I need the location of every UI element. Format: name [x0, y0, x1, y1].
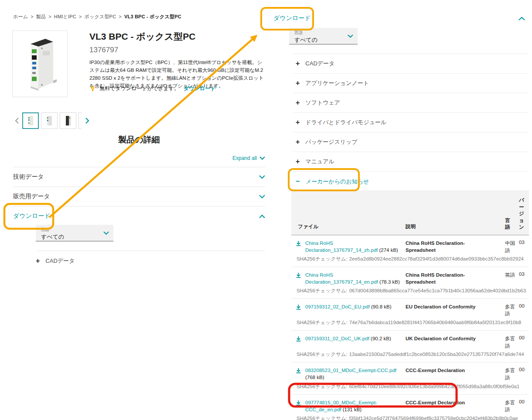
file-download-link[interactable]: 097774815_00_MDoC_Exempt-CCC_de_en.pdf — [305, 400, 377, 412]
file-size: (90.2 kB) — [371, 336, 391, 341]
breadcrumb-hmi-ipc[interactable]: HMIとIPC — [54, 14, 76, 19]
select-value: すべての — [294, 36, 353, 44]
section-drivers[interactable]: + ドライバとドライバモジュール — [293, 113, 529, 132]
section-label: メーカーからのお知らせ — [306, 178, 369, 186]
thumb-device-icon — [45, 115, 53, 127]
table-row: 097159311_02_DoC_UK.pdf (90.2 kB) UK Dec… — [291, 331, 529, 362]
download-icon — [296, 400, 305, 407]
breadcrumb-separator: > — [79, 14, 82, 19]
file-description: CCC-Exempt Declaration — [406, 367, 505, 374]
download-icon — [296, 335, 305, 343]
file-language: 多言語 — [505, 399, 519, 413]
promo-text: 無料でダウンロードができます。 — [99, 85, 179, 92]
minus-icon: − — [296, 178, 300, 185]
plus-icon: + — [296, 60, 300, 67]
table-row: 083208523_01_MDoC_Exempt-CCC.pdf (768 kB… — [291, 362, 529, 394]
subsection-cad-data-left[interactable]: + CADデータ — [36, 257, 75, 265]
chevron-right-icon — [85, 118, 89, 124]
divider — [37, 251, 265, 251]
language-select-right[interactable]: 言語 すべての — [289, 28, 358, 44]
language-select-left[interactable]: 言語 すべての — [36, 225, 113, 241]
downloads-panel-collapse-button[interactable] — [518, 14, 525, 22]
file-language: 多言語 — [505, 335, 519, 349]
file-size: (768 kB) — [305, 375, 324, 380]
column-header-file: ファイル — [298, 224, 318, 230]
section-cad-data[interactable]: + CADデータ — [293, 54, 529, 74]
file-version: 03 — [519, 240, 529, 245]
expand-all-button[interactable]: Expand all — [13, 155, 265, 161]
section-packing-slip[interactable]: + パッケージスリップ — [293, 132, 529, 152]
file-description: China RoHS Declaration-Spreadsheet — [406, 240, 505, 254]
breadcrumb: ホーム>製品>HMIとIPC>ボックス型PC>VL3 BPC - ボックス型PC — [13, 14, 181, 20]
promo-download-link[interactable]: ダウンロード — [184, 85, 215, 92]
thumbs-prev-button[interactable] — [13, 112, 20, 129]
plus-icon: + — [296, 80, 300, 87]
file-download-link[interactable]: 083208523_01_MDoC_Exempt-CCC.pdf — [305, 368, 396, 373]
table-row-highlighted: 097774815_00_MDoC_Exempt-CCC_de_en.pdf (… — [291, 395, 529, 420]
table-row: China RoHS Declaration_1376797_14_en.pdf… — [291, 267, 529, 298]
accordion-label: 技術データ — [13, 173, 44, 181]
thumbnail-1[interactable] — [22, 112, 39, 129]
file-size: (131 kB) — [343, 407, 361, 412]
downloads-panel-heading[interactable]: ダウンロード — [273, 14, 311, 22]
expand-all-label: Expand all — [232, 155, 257, 161]
accordion-label: ダウンロード — [13, 212, 51, 220]
sha256-checksum: SHA256チェックサム:f35bf1342ce5d72f76475694f69… — [291, 414, 529, 420]
file-download-link[interactable]: 097159311_02_DoC_UK.pdf — [305, 336, 369, 341]
downloads-section-list: + CADデータ + アプリケーションノート + ソフトウェア + ドライバとド… — [293, 54, 529, 191]
thumbnail-4-partial[interactable] — [78, 112, 82, 129]
section-software[interactable]: + ソフトウェア — [293, 93, 529, 113]
column-header-language: 言語 — [505, 217, 511, 231]
file-download-link[interactable]: China RoHS Declaration_1376797_14_zh.pdf — [305, 240, 378, 253]
download-icon — [296, 304, 305, 312]
article-number: 1376797 — [89, 46, 118, 54]
file-download-link[interactable]: China RoHS Declaration_1376797_14_en.pdf — [305, 272, 378, 285]
breadcrumb-separator: > — [31, 14, 34, 19]
accordion-sales-data[interactable]: 販売用データ — [13, 186, 265, 206]
file-description: China RoHS Declaration-Spreadsheet — [406, 271, 505, 285]
breadcrumb-products[interactable]: 製品 — [36, 14, 46, 19]
file-description: CCC-Exempt Declaration — [406, 399, 505, 406]
product-page: ホーム>製品>HMIとIPC>ボックス型PC>VL3 BPC - ボックス型PC… — [0, 0, 532, 420]
breadcrumb-home[interactable]: ホーム — [13, 14, 28, 19]
download-icon — [296, 367, 305, 375]
section-manuals[interactable]: + マニュアル — [293, 152, 529, 172]
sha256-checksum: SHA256チェックサム:74e76a7b6dabca119de8281f441… — [291, 318, 529, 330]
breadcrumb-box-pc[interactable]: ボックス型PC — [85, 14, 116, 19]
chevron-down-icon — [103, 231, 109, 235]
chevron-down-icon — [259, 195, 265, 199]
file-version: 00 — [519, 399, 529, 404]
plus-icon: + — [296, 139, 300, 146]
accordion-downloads-left[interactable]: ダウンロード — [13, 206, 265, 226]
download-icon — [296, 272, 305, 280]
file-size: (274 kB) — [379, 247, 398, 253]
page-title: VL3 BPC - ボックス型PC — [89, 30, 196, 43]
breadcrumb-current: VL3 BPC - ボックス型PC — [124, 14, 181, 19]
download-icon — [296, 240, 305, 248]
section-label: CADデータ — [305, 60, 334, 68]
sha256-checksum: SHA256チェックサム:13aabe21500a275adeddf1c2bce… — [291, 350, 529, 362]
thumbnail-2[interactable] — [41, 112, 58, 129]
subsection-label: CADデータ — [45, 257, 75, 265]
file-version: 00 — [519, 335, 529, 340]
thumbs-next-button[interactable] — [84, 112, 91, 129]
column-header-version: バージョン — [518, 197, 525, 231]
box-pc-illustration — [17, 34, 63, 95]
thumbnail-strip — [13, 112, 91, 129]
section-label: アプリケーションノート — [305, 79, 369, 87]
file-version: 03 — [519, 271, 529, 277]
sha256-checksum: SHA256チェックサム:60ef84c70d210ee88c692c936e1… — [291, 382, 529, 394]
sha256-checksum: SHA256チェックサム:067d0043898b8ba865cca77ce54… — [291, 286, 529, 298]
file-size: (90.8 kB) — [371, 304, 392, 309]
section-manufacturer-notices[interactable]: − メーカーからのお知らせ — [293, 172, 529, 191]
breadcrumb-separator: > — [48, 14, 51, 19]
select-label: 言語 — [294, 30, 353, 36]
file-download-link[interactable]: 097159312_02_DoC_EU.pdf — [305, 304, 370, 309]
accordion-label: 販売用データ — [13, 193, 50, 200]
accordion-technical-data[interactable]: 技術データ — [13, 167, 265, 186]
file-version: 00 — [519, 303, 529, 308]
chevron-down-icon — [259, 175, 265, 179]
section-application-notes[interactable]: + アプリケーションノート — [293, 74, 529, 93]
thumbnail-3[interactable] — [60, 112, 76, 129]
section-label: パッケージスリップ — [305, 138, 357, 146]
